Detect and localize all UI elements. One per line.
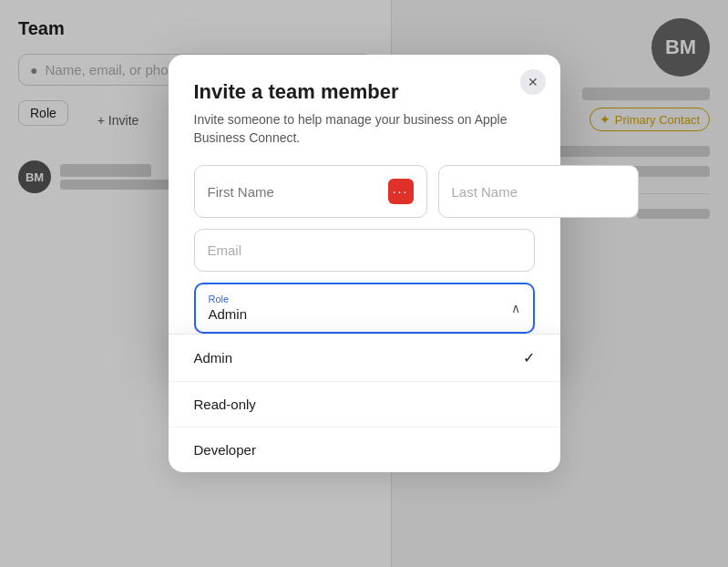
check-icon: ✓ [523, 349, 535, 366]
role-option-developer[interactable]: Developer [169, 428, 560, 472]
role-option-admin[interactable]: Admin ✓ [169, 335, 560, 382]
first-name-field[interactable]: ··· [194, 165, 427, 218]
modal-title: Invite a team member [194, 80, 535, 104]
role-options-list: Admin ✓ Read-only Developer [169, 334, 560, 472]
invite-modal: Invite a team member Invite someone to h… [169, 55, 560, 359]
name-row: ··· [194, 165, 535, 218]
modal-overlay: Invite a team member Invite someone to h… [0, 0, 728, 567]
close-button[interactable]: ✕ [520, 69, 546, 95]
last-name-input[interactable] [438, 165, 639, 218]
modal-header: Invite a team member Invite someone to h… [169, 55, 560, 147]
modal-subtitle: Invite someone to help manage your busin… [194, 111, 535, 147]
role-option-readonly[interactable]: Read-only [169, 382, 560, 428]
role-dropdown-container: Role Admin ∧ Admin ✓ Read-only Devel [194, 283, 535, 334]
role-option-admin-label: Admin [194, 350, 233, 366]
dots-icon: ··· [388, 179, 414, 204]
role-selected-display: Role Admin [209, 294, 248, 323]
role-value: Admin [209, 306, 248, 322]
role-option-readonly-label: Read-only [194, 397, 256, 412]
role-label: Role [209, 294, 248, 304]
email-input[interactable] [194, 229, 535, 272]
modal-body: ··· Role Admin ∧ [169, 165, 560, 359]
dots-symbol: ··· [393, 184, 409, 199]
chevron-up-icon: ∧ [511, 301, 520, 315]
first-name-input[interactable] [208, 184, 381, 200]
role-option-developer-label: Developer [194, 442, 256, 458]
role-dropdown[interactable]: Role Admin ∧ [194, 283, 535, 334]
